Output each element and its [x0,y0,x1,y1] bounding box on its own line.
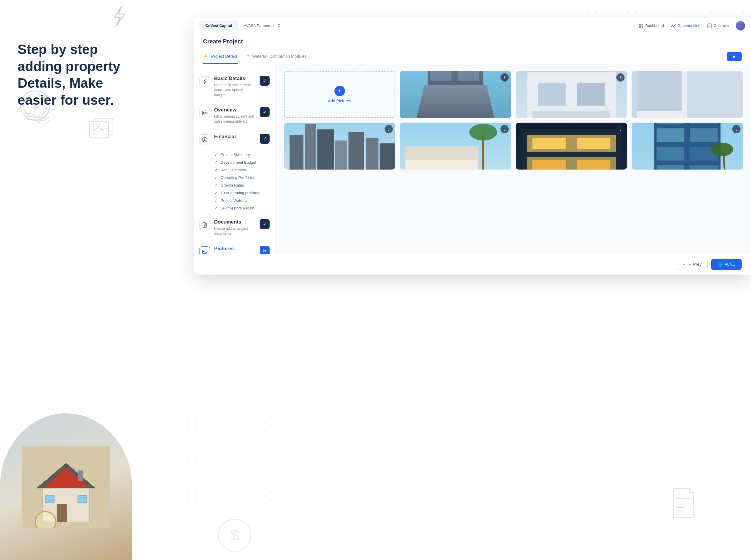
step-basic-details-content: Basic Details Need to fill project basic… [214,76,256,97]
browser-nav: Dashboard Opportunities Contacts [639,21,745,31]
svg-rect-16 [639,24,641,25]
svg-rect-42 [430,108,451,118]
nav-opportunities-label: Opportunities [677,23,700,28]
svg-point-5 [96,123,99,126]
sub-project-summery: ✓ Project Summery [214,151,270,159]
picture-menu-7[interactable]: ⋮ [732,125,740,133]
nav-dashboard[interactable]: Dashboard [639,23,664,28]
svg-rect-13 [78,496,86,503]
sub-lp-investors: ✓ LP Investors Return [214,204,270,212]
svg-point-27 [203,113,204,114]
svg-rect-75 [532,138,566,149]
svg-rect-18 [639,26,641,28]
picture-menu-4[interactable]: ⋮ [385,125,393,133]
picture-card-1: ⋮ [400,71,511,118]
step-documents-desc: Please add all project documents. [214,226,256,236]
svg-point-90 [711,143,733,156]
tab-details-label: Project Details [211,54,238,59]
svg-point-14 [35,512,56,528]
step-financial: $ Financial ✓ [200,129,270,150]
step-financial-check: ✓ [260,134,270,144]
add-pictures-icon: + [334,86,345,96]
svg-rect-10 [78,471,83,481]
main-content: Basic Details Need to fill project basic… [194,64,751,275]
picture-menu-1[interactable]: ⋮ [501,73,509,82]
overview-step-icon [202,110,208,116]
picture-card-2: ⋮ [516,71,627,118]
prev-button[interactable]: ← ← Prev [676,259,708,270]
tab-waterfall[interactable]: ≡ Waterfall Distribution Modules [247,49,307,64]
step-financial-title: Financial [214,134,256,140]
tab-project-details[interactable]: ⚡ Project Details [203,49,238,64]
nav-opportunities[interactable]: Opportunities [671,23,700,28]
svg-rect-34 [202,250,207,254]
tab-action-button[interactable]: ▶ [727,52,742,61]
sub-development-budget: ✓ Development Budget [214,159,270,166]
svg-rect-76 [577,138,610,149]
pictures-area: + Add Pictures [276,64,751,275]
step-basic-details: Basic Details Need to fill project basic… [200,71,270,102]
picture-menu-6[interactable]: ⋮ [616,125,625,133]
svg-rect-61 [366,138,379,169]
sub-project-waterfall: ✓ Project Waterfall [214,197,270,204]
svg-rect-41 [458,86,479,103]
sub-label-8: LP Investors Return [221,206,254,210]
svg-rect-19 [642,26,643,28]
step-documents-title: Documents [214,219,256,225]
sub-label-2: Development Budget [221,160,256,164]
svg-marker-47 [527,71,616,72]
svg-rect-39 [458,71,479,81]
svg-rect-60 [348,132,364,169]
picture-card-3 [632,71,743,118]
user-avatar[interactable] [736,21,745,31]
svg-rect-48 [538,83,566,106]
svg-text:$: $ [230,527,239,544]
svg-rect-57 [305,124,316,169]
step-documents: Documents Please add all project documen… [200,215,270,241]
sub-check-1: ✓ [214,153,218,157]
svg-text:$: $ [204,138,206,141]
publish-button[interactable]: 🌐 Pub... [711,259,742,270]
dollar-decoration: $ [217,518,252,554]
nav-contacts[interactable]: Contacts [707,23,729,28]
step-overview-icon [200,108,210,118]
step-financial-content: Financial [214,134,256,141]
browser-tab-covest[interactable]: CoVest Capital [200,21,238,30]
tab-waterfall-label: Waterfall Distribution Modules [252,54,307,59]
image-decoration [88,117,115,142]
sub-rent-summery: ✓ Rent Summery [214,166,270,174]
step-overview-desc: Fill all amenities, rent and sales compa… [214,114,256,124]
prev-arrow-icon: ← [682,262,686,267]
browser-window: CoVest Capital AVASA Partners, LLC Dashb… [194,18,751,275]
sub-label-1: Project Summery [221,153,250,157]
svg-rect-56 [289,135,303,169]
step-basic-details-title: Basic Details [214,76,256,82]
tab-bar: ⚡ Project Details ≡ Waterfall Distributi… [194,49,751,64]
svg-rect-4 [94,119,113,135]
svg-rect-49 [577,83,605,106]
financial-step-icon: $ [202,137,208,143]
tab-details-icon: ⚡ [203,53,209,59]
add-pictures-card[interactable]: + Add Pictures [284,71,395,118]
dashboard-icon [639,23,644,28]
nav-dashboard-label: Dashboard [645,23,664,28]
doc-decoration [669,487,698,525]
svg-rect-40 [430,86,451,103]
svg-point-66 [469,124,497,141]
sub-check-4: ✓ [214,175,218,180]
picture-menu-2[interactable]: ⋮ [616,73,625,82]
browser-tab-avasa[interactable]: AVASA Partners, LLC [238,21,286,30]
sub-check-3: ✓ [214,168,218,173]
svg-rect-59 [335,141,347,169]
step-basic-details-check: ✓ [260,76,270,86]
svg-rect-68 [405,146,478,160]
sub-operating-proforma: ✓ Operating Pro-forma [214,174,270,182]
svg-rect-84 [690,128,718,142]
sub-check-6: ✓ [214,191,218,195]
svg-rect-3 [89,122,108,138]
picture-image-3 [632,71,743,118]
step-overview-title: Overview [214,107,256,113]
sub-label-4: Operating Pro-forma [221,175,256,180]
picture-menu-5[interactable]: ⋮ [501,125,509,133]
step-overview: Overview Fill all amenities, rent and sa… [200,102,270,129]
